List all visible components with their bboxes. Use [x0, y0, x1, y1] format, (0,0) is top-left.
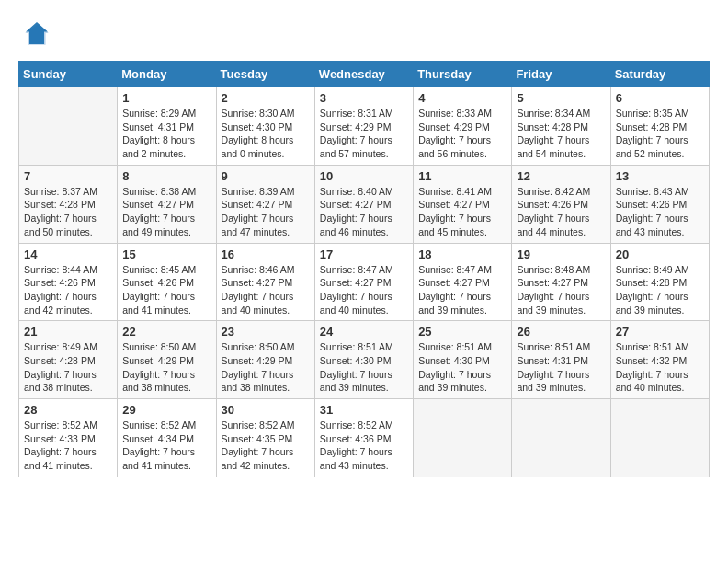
day-number: 22: [122, 325, 210, 339]
day-number: 10: [320, 169, 408, 183]
calendar-cell: 21Sunrise: 8:49 AMSunset: 4:28 PMDayligh…: [19, 321, 118, 399]
calendar-cell: [414, 399, 512, 477]
calendar-header-row: SundayMondayTuesdayWednesdayThursdayFrid…: [19, 62, 710, 87]
day-number: 4: [418, 91, 506, 105]
day-info: Sunrise: 8:47 AMSunset: 4:27 PMDaylight:…: [320, 263, 408, 317]
calendar-cell: 11Sunrise: 8:41 AMSunset: 4:27 PMDayligh…: [414, 165, 512, 243]
calendar-cell: 3Sunrise: 8:31 AMSunset: 4:29 PMDaylight…: [314, 87, 413, 166]
calendar-cell: 30Sunrise: 8:52 AMSunset: 4:35 PMDayligh…: [216, 399, 314, 477]
logo-icon: [22, 18, 51, 48]
day-info: Sunrise: 8:37 AMSunset: 4:28 PMDaylight:…: [24, 185, 112, 239]
calendar-cell: 15Sunrise: 8:45 AMSunset: 4:26 PMDayligh…: [118, 243, 216, 321]
calendar-cell: 5Sunrise: 8:34 AMSunset: 4:28 PMDaylight…: [512, 87, 610, 166]
calendar-cell: 18Sunrise: 8:47 AMSunset: 4:27 PMDayligh…: [414, 243, 512, 321]
calendar-table: SundayMondayTuesdayWednesdayThursdayFrid…: [18, 61, 710, 477]
day-number: 19: [517, 247, 605, 261]
day-info: Sunrise: 8:52 AMSunset: 4:33 PMDaylight:…: [24, 419, 112, 473]
calendar-cell: 4Sunrise: 8:33 AMSunset: 4:29 PMDaylight…: [414, 87, 512, 166]
page-header: [18, 18, 710, 52]
day-number: 20: [616, 247, 704, 261]
day-info: Sunrise: 8:51 AMSunset: 4:30 PMDaylight:…: [418, 340, 506, 395]
calendar-cell: 17Sunrise: 8:47 AMSunset: 4:27 PMDayligh…: [314, 243, 413, 321]
calendar-cell: 23Sunrise: 8:50 AMSunset: 4:29 PMDayligh…: [216, 321, 314, 399]
calendar-cell: 1Sunrise: 8:29 AMSunset: 4:31 PMDaylight…: [118, 87, 216, 166]
calendar-cell: 8Sunrise: 8:38 AMSunset: 4:27 PMDaylight…: [118, 165, 216, 243]
day-info: Sunrise: 8:49 AMSunset: 4:28 PMDaylight:…: [24, 340, 112, 395]
day-header: Thursday: [414, 62, 512, 87]
day-number: 3: [320, 91, 408, 105]
calendar-cell: 29Sunrise: 8:52 AMSunset: 4:34 PMDayligh…: [118, 399, 216, 477]
day-number: 14: [24, 247, 112, 261]
day-info: Sunrise: 8:50 AMSunset: 4:29 PMDaylight:…: [122, 340, 210, 395]
day-info: Sunrise: 8:52 AMSunset: 4:34 PMDaylight:…: [122, 419, 210, 473]
calendar-cell: 26Sunrise: 8:51 AMSunset: 4:31 PMDayligh…: [512, 321, 610, 399]
day-info: Sunrise: 8:42 AMSunset: 4:26 PMDaylight:…: [517, 185, 605, 239]
day-number: 24: [320, 325, 408, 339]
calendar-cell: 13Sunrise: 8:43 AMSunset: 4:26 PMDayligh…: [610, 165, 709, 243]
calendar-week-row: 1Sunrise: 8:29 AMSunset: 4:31 PMDaylight…: [19, 87, 710, 166]
calendar-cell: 22Sunrise: 8:50 AMSunset: 4:29 PMDayligh…: [118, 321, 216, 399]
day-info: Sunrise: 8:33 AMSunset: 4:29 PMDaylight:…: [418, 107, 506, 161]
day-number: 28: [24, 403, 112, 417]
calendar-cell: 6Sunrise: 8:35 AMSunset: 4:28 PMDaylight…: [610, 87, 709, 166]
day-number: 9: [222, 169, 310, 183]
day-info: Sunrise: 8:52 AMSunset: 4:36 PMDaylight:…: [320, 419, 408, 473]
calendar-cell: 24Sunrise: 8:51 AMSunset: 4:30 PMDayligh…: [314, 321, 413, 399]
calendar-cell: 28Sunrise: 8:52 AMSunset: 4:33 PMDayligh…: [19, 399, 118, 477]
day-number: 6: [616, 91, 704, 105]
day-number: 23: [222, 325, 310, 339]
day-number: 30: [222, 403, 310, 417]
day-number: 26: [517, 325, 605, 339]
day-number: 5: [517, 91, 605, 105]
day-info: Sunrise: 8:51 AMSunset: 4:32 PMDaylight:…: [616, 340, 704, 395]
calendar-cell: [610, 399, 709, 477]
day-header: Wednesday: [314, 62, 413, 87]
day-number: 17: [320, 247, 408, 261]
day-number: 15: [122, 247, 210, 261]
day-info: Sunrise: 8:43 AMSunset: 4:26 PMDaylight:…: [616, 185, 704, 239]
calendar-cell: [512, 399, 610, 477]
day-info: Sunrise: 8:29 AMSunset: 4:31 PMDaylight:…: [122, 107, 210, 161]
calendar-week-row: 7Sunrise: 8:37 AMSunset: 4:28 PMDaylight…: [19, 165, 710, 243]
day-info: Sunrise: 8:51 AMSunset: 4:31 PMDaylight:…: [517, 340, 605, 395]
day-number: 21: [24, 325, 112, 339]
calendar-week-row: 21Sunrise: 8:49 AMSunset: 4:28 PMDayligh…: [19, 321, 710, 399]
day-header: Monday: [118, 62, 216, 87]
day-number: 16: [222, 247, 310, 261]
day-info: Sunrise: 8:50 AMSunset: 4:29 PMDaylight:…: [222, 340, 310, 395]
day-number: 12: [517, 169, 605, 183]
calendar-cell: 14Sunrise: 8:44 AMSunset: 4:26 PMDayligh…: [19, 243, 118, 321]
day-info: Sunrise: 8:46 AMSunset: 4:27 PMDaylight:…: [222, 263, 310, 317]
calendar-cell: 31Sunrise: 8:52 AMSunset: 4:36 PMDayligh…: [314, 399, 413, 477]
day-number: 11: [418, 169, 506, 183]
day-number: 2: [222, 91, 310, 105]
day-number: 29: [122, 403, 210, 417]
calendar-week-row: 14Sunrise: 8:44 AMSunset: 4:26 PMDayligh…: [19, 243, 710, 321]
day-header: Tuesday: [216, 62, 314, 87]
day-info: Sunrise: 8:49 AMSunset: 4:28 PMDaylight:…: [616, 263, 704, 317]
day-number: 7: [24, 169, 112, 183]
day-info: Sunrise: 8:40 AMSunset: 4:27 PMDaylight:…: [320, 185, 408, 239]
day-header: Friday: [512, 62, 610, 87]
day-info: Sunrise: 8:35 AMSunset: 4:28 PMDaylight:…: [616, 107, 704, 161]
calendar-week-row: 28Sunrise: 8:52 AMSunset: 4:33 PMDayligh…: [19, 399, 710, 477]
day-number: 25: [418, 325, 506, 339]
calendar-cell: 20Sunrise: 8:49 AMSunset: 4:28 PMDayligh…: [610, 243, 709, 321]
day-number: 18: [418, 247, 506, 261]
logo: [18, 18, 51, 52]
day-info: Sunrise: 8:45 AMSunset: 4:26 PMDaylight:…: [122, 263, 210, 317]
calendar-cell: 2Sunrise: 8:30 AMSunset: 4:30 PMDaylight…: [216, 87, 314, 166]
day-info: Sunrise: 8:51 AMSunset: 4:30 PMDaylight:…: [320, 340, 408, 395]
calendar-cell: 16Sunrise: 8:46 AMSunset: 4:27 PMDayligh…: [216, 243, 314, 321]
calendar-cell: 19Sunrise: 8:48 AMSunset: 4:27 PMDayligh…: [512, 243, 610, 321]
day-info: Sunrise: 8:30 AMSunset: 4:30 PMDaylight:…: [222, 107, 310, 161]
day-info: Sunrise: 8:39 AMSunset: 4:27 PMDaylight:…: [222, 185, 310, 239]
calendar-cell: 25Sunrise: 8:51 AMSunset: 4:30 PMDayligh…: [414, 321, 512, 399]
day-info: Sunrise: 8:44 AMSunset: 4:26 PMDaylight:…: [24, 263, 112, 317]
day-info: Sunrise: 8:38 AMSunset: 4:27 PMDaylight:…: [122, 185, 210, 239]
calendar-cell: 10Sunrise: 8:40 AMSunset: 4:27 PMDayligh…: [314, 165, 413, 243]
day-info: Sunrise: 8:48 AMSunset: 4:27 PMDaylight:…: [517, 263, 605, 317]
day-info: Sunrise: 8:31 AMSunset: 4:29 PMDaylight:…: [320, 107, 408, 161]
day-header: Saturday: [610, 62, 709, 87]
day-number: 13: [616, 169, 704, 183]
